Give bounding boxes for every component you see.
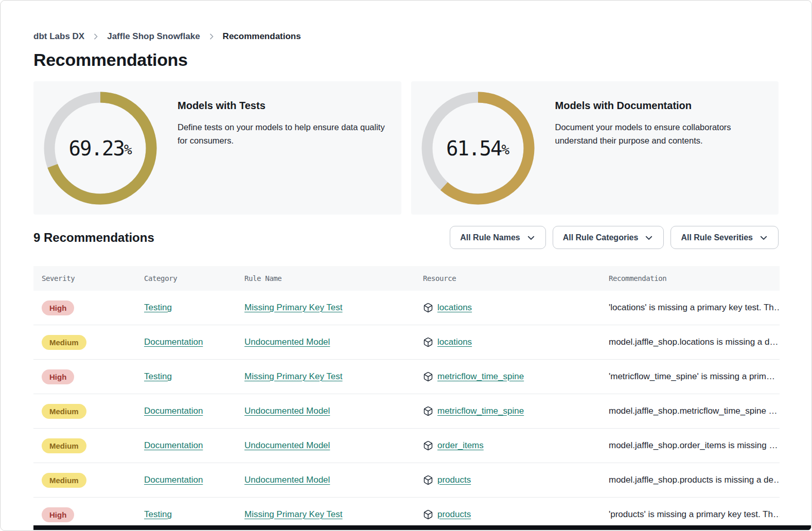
- severity-badge: Medium: [42, 404, 86, 419]
- severity-cell: Medium: [33, 335, 136, 350]
- rule-name-link[interactable]: Undocumented Model: [244, 440, 330, 450]
- donut-chart: 69.23%: [44, 92, 157, 205]
- metric-cards: 69.23% Models with Tests Define tests on…: [33, 81, 779, 215]
- category-link[interactable]: Testing: [144, 509, 172, 519]
- column-header: Rule Name: [236, 274, 415, 282]
- table-row: Medium Documentation Undocumented Model …: [33, 429, 780, 463]
- resource-link[interactable]: metricflow_time_spine: [437, 406, 524, 416]
- metric-card-description: Define tests on your models to help ensu…: [178, 121, 386, 147]
- metric-card: 69.23% Models with Tests Define tests on…: [33, 81, 401, 215]
- category-cell: Documentation: [136, 475, 236, 485]
- rule-name-link[interactable]: Missing Primary Key Test: [244, 509, 343, 519]
- model-cube-icon: [423, 475, 433, 485]
- model-cube-icon: [423, 509, 433, 520]
- rule-name-link[interactable]: Undocumented Model: [244, 475, 330, 485]
- recommendation-text: 'metricflow_time_spine' is missing a pri…: [609, 371, 780, 382]
- category-link[interactable]: Testing: [144, 371, 172, 381]
- category-link[interactable]: Documentation: [144, 475, 203, 485]
- recommendation-text: model.jaffle_shop.locations is missing a…: [609, 337, 780, 347]
- recommendations-table: SeverityCategoryRule NameResourceRecomme…: [33, 266, 780, 531]
- resource-link[interactable]: metricflow_time_spine: [437, 371, 524, 382]
- severity-badge: Medium: [42, 438, 86, 453]
- resource-cell: metricflow_time_spine: [415, 371, 601, 382]
- severity-badge: High: [42, 369, 74, 384]
- recommendations-count-title: 9 Recommendations: [33, 231, 154, 245]
- rule-name-link[interactable]: Undocumented Model: [244, 406, 330, 416]
- donut-chart: 61.54%: [421, 92, 535, 205]
- column-header: Recommendation: [601, 274, 780, 282]
- severity-cell: Medium: [33, 438, 136, 453]
- category-cell: Testing: [136, 303, 236, 313]
- severity-cell: Medium: [33, 473, 136, 488]
- chevron-right-icon: [92, 32, 100, 41]
- severity-cell: High: [33, 300, 136, 315]
- rule-name-cell: Missing Primary Key Test: [236, 371, 415, 382]
- category-cell: Testing: [136, 371, 236, 382]
- severity-badge: High: [42, 300, 74, 315]
- rule-name-link[interactable]: Missing Primary Key Test: [244, 303, 343, 312]
- severity-cell: Medium: [33, 404, 136, 419]
- model-cube-icon: [423, 371, 433, 382]
- column-header: Severity: [33, 274, 136, 282]
- recommendation-text: model.jaffle_shop.products is missing a …: [609, 475, 780, 485]
- severity-badge: Medium: [42, 335, 86, 350]
- donut-percent: 69.23%: [44, 92, 157, 205]
- column-header: Category: [136, 274, 236, 282]
- breadcrumb-item: Recommendations: [223, 31, 301, 42]
- rule-name-cell: Undocumented Model: [236, 337, 415, 347]
- chevron-down-icon: [526, 233, 536, 242]
- rule-name-link[interactable]: Missing Primary Key Test: [244, 371, 343, 381]
- metric-card-title: Models with Tests: [178, 100, 386, 112]
- resource-link[interactable]: products: [437, 509, 471, 520]
- metric-card-text: Models with Documentation Document your …: [535, 92, 769, 204]
- category-cell: Documentation: [136, 440, 236, 451]
- chevron-down-icon: [759, 233, 768, 242]
- category-link[interactable]: Testing: [144, 303, 172, 312]
- filter-dropdown[interactable]: All Rule Categories: [553, 226, 664, 249]
- page-content: dbt Labs DX Jaffle Shop Snowflake Recomm…: [1, 31, 811, 531]
- filter-dropdown[interactable]: All Rule Severities: [670, 226, 779, 249]
- rule-name-link[interactable]: Undocumented Model: [244, 337, 330, 347]
- table-row: High Testing Missing Primary Key Test lo…: [33, 291, 780, 325]
- rule-name-cell: Undocumented Model: [236, 440, 415, 451]
- category-link[interactable]: Documentation: [144, 337, 203, 347]
- category-link[interactable]: Documentation: [144, 406, 203, 416]
- model-cube-icon: [423, 406, 433, 416]
- filter-dropdown-label: All Rule Categories: [563, 233, 639, 242]
- table-header-row: SeverityCategoryRule NameResourceRecomme…: [33, 266, 780, 291]
- metric-card-text: Models with Tests Define tests on your m…: [157, 92, 391, 204]
- list-header: 9 Recommendations All Rule Names All Rul…: [33, 226, 779, 249]
- resource-cell: locations: [415, 337, 601, 347]
- breadcrumb: dbt Labs DX Jaffle Shop Snowflake Recomm…: [33, 31, 779, 42]
- donut-percent-number: 69.23: [68, 137, 123, 160]
- table-row: Medium Documentation Undocumented Model …: [33, 325, 780, 360]
- donut-percent: 61.54%: [421, 92, 535, 205]
- donut-percent-sign: %: [501, 142, 509, 157]
- table-row: Medium Documentation Undocumented Model …: [33, 463, 780, 498]
- rule-name-cell: Undocumented Model: [236, 475, 415, 485]
- table-body: High Testing Missing Primary Key Test lo…: [33, 291, 780, 531]
- filter-dropdown[interactable]: All Rule Names: [450, 226, 545, 249]
- category-cell: Documentation: [136, 406, 236, 416]
- recommendation-text: 'locations' is missing a primary key tes…: [609, 303, 780, 313]
- filter-dropdown-label: All Rule Names: [460, 233, 520, 242]
- breadcrumb-item[interactable]: Jaffle Shop Snowflake: [107, 31, 200, 42]
- severity-cell: High: [33, 369, 136, 384]
- resource-cell: metricflow_time_spine: [415, 406, 601, 416]
- category-link[interactable]: Documentation: [144, 440, 203, 450]
- resource-link[interactable]: locations: [437, 303, 472, 313]
- app-window: dbt Labs DX Jaffle Shop Snowflake Recomm…: [0, 0, 812, 531]
- chevron-right-icon: [207, 32, 216, 41]
- horizontal-scrollbar[interactable]: [33, 525, 811, 530]
- resource-cell: order_items: [415, 440, 601, 451]
- resource-link[interactable]: locations: [437, 337, 472, 347]
- resource-link[interactable]: products: [437, 475, 471, 485]
- category-cell: Testing: [136, 509, 236, 520]
- severity-badge: High: [42, 507, 74, 522]
- chevron-down-icon: [644, 233, 654, 242]
- metric-card-title: Models with Documentation: [555, 100, 764, 112]
- column-header: Resource: [415, 274, 601, 282]
- rule-name-cell: Missing Primary Key Test: [236, 509, 415, 520]
- breadcrumb-item[interactable]: dbt Labs DX: [33, 31, 84, 42]
- resource-link[interactable]: order_items: [437, 440, 484, 451]
